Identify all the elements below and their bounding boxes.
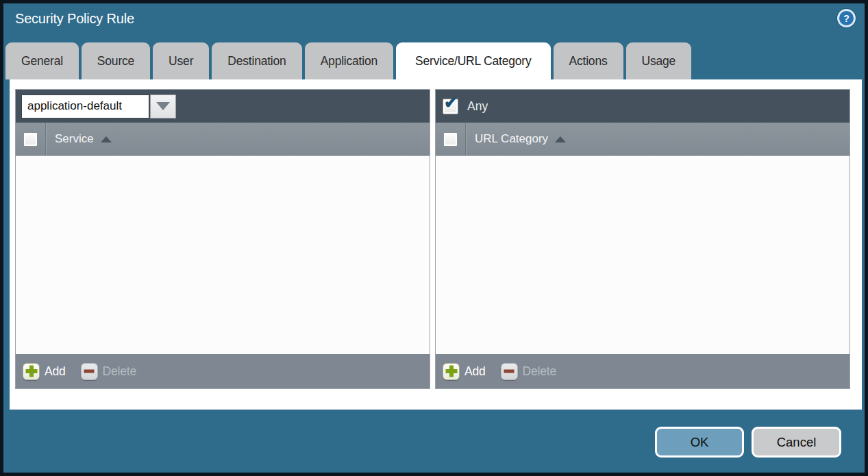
url-category-table-header: URL Category <box>436 123 850 156</box>
service-type-input[interactable] <box>21 95 149 118</box>
security-policy-rule-dialog: Security Policy Rule ? General Source Us… <box>0 0 868 476</box>
checkmark-icon: ✔ <box>444 95 458 111</box>
service-panel: Service Add Delete <box>15 89 430 389</box>
service-select-all-checkbox[interactable] <box>23 132 38 147</box>
tab-general[interactable]: General <box>5 42 79 79</box>
url-category-select-all-checkbox[interactable] <box>443 132 458 147</box>
service-list-body[interactable] <box>16 156 430 354</box>
url-category-panel: ✔ Any URL Category Add <box>435 89 850 389</box>
service-table-header: Service <box>16 123 430 156</box>
url-category-list-body[interactable] <box>436 156 850 354</box>
minus-icon <box>501 363 518 380</box>
tab-source[interactable]: Source <box>82 42 150 79</box>
url-category-delete-button[interactable]: Delete <box>501 363 556 380</box>
plus-icon <box>23 363 40 380</box>
service-delete-button[interactable]: Delete <box>81 363 136 380</box>
service-toolbar <box>16 90 430 123</box>
tab-content-area: Service Add Delete ✔ <box>10 79 862 410</box>
tab-bar: General Source User Destination Applicat… <box>5 42 865 79</box>
tab-application[interactable]: Application <box>305 42 393 79</box>
service-add-button[interactable]: Add <box>23 363 66 380</box>
any-label: Any <box>467 99 488 114</box>
url-category-footer: Add Delete <box>436 354 850 388</box>
url-category-any-bar: ✔ Any <box>436 90 850 123</box>
help-icon[interactable]: ? <box>837 9 856 27</box>
plus-icon <box>443 363 460 380</box>
url-category-column-label: URL Category <box>475 132 548 146</box>
url-category-select-all-cell <box>436 123 466 155</box>
chevron-down-icon <box>156 102 170 110</box>
cancel-button[interactable]: Cancel <box>752 427 841 458</box>
tab-usage[interactable]: Usage <box>626 42 692 79</box>
tab-service-url-category[interactable]: Service/URL Category <box>396 42 550 79</box>
sort-ascending-icon[interactable] <box>555 136 566 142</box>
dialog-title: Security Policy Rule <box>15 11 134 27</box>
any-checkbox[interactable]: ✔ <box>443 99 458 114</box>
tab-actions[interactable]: Actions <box>554 42 623 79</box>
url-category-add-button[interactable]: Add <box>443 363 486 380</box>
service-footer: Add Delete <box>16 354 430 388</box>
minus-icon <box>81 363 98 380</box>
tab-destination[interactable]: Destination <box>212 42 301 79</box>
sort-ascending-icon[interactable] <box>101 136 112 142</box>
service-column-label: Service <box>55 132 94 146</box>
service-type-combobox <box>21 95 176 118</box>
ok-button[interactable]: OK <box>655 427 744 458</box>
service-type-dropdown-button[interactable] <box>150 95 176 118</box>
service-select-all-cell <box>16 123 46 155</box>
tab-user[interactable]: User <box>153 42 209 79</box>
